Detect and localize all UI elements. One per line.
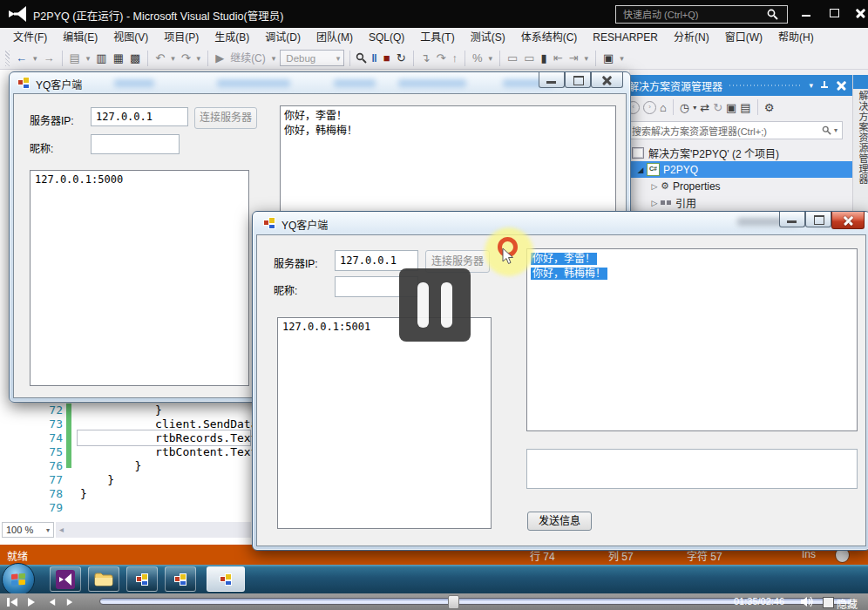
- seek-thumb[interactable]: [448, 595, 459, 609]
- toolbar-grip[interactable]: [5, 51, 10, 66]
- paste-dropdown-icon[interactable]: ▾: [85, 50, 92, 67]
- taskbar-client-window-button-2[interactable]: [165, 566, 196, 592]
- client1-peer-listbox[interactable]: 127.0.0.1:5000: [30, 170, 249, 386]
- tree-item-references[interactable]: ▷ 引用: [623, 194, 853, 211]
- collapsed-arrow-icon[interactable]: ▷: [649, 199, 660, 207]
- bookmark-dropdown-icon[interactable]: ▾: [583, 50, 591, 67]
- solution-explorer-vertical-tab[interactable]: 解决方案资源管理器: [852, 75, 868, 225]
- solution-config-combo[interactable]: Debug ▾: [280, 50, 344, 66]
- pin-icon[interactable]: [818, 79, 831, 92]
- navigate-forward-icon[interactable]: →: [42, 50, 57, 67]
- undo-icon[interactable]: ↶: [153, 50, 166, 67]
- menu-test[interactable]: 测试(S): [463, 28, 513, 47]
- skip-start-bar[interactable]: [7, 598, 10, 607]
- client2-maximize-button[interactable]: [805, 212, 831, 227]
- menu-resharper[interactable]: RESHARPER: [585, 28, 666, 47]
- menu-debug[interactable]: 调试(D): [257, 28, 309, 47]
- step-out-icon[interactable]: ↑: [450, 50, 459, 67]
- back-dropdown-icon[interactable]: ▾: [31, 50, 39, 67]
- error-list-icon[interactable]: ▣: [601, 50, 615, 67]
- client1-connect-button[interactable]: 连接服务器: [194, 107, 257, 129]
- client1-maximize-button[interactable]: [565, 72, 591, 88]
- comment-icon[interactable]: ▭: [505, 50, 519, 67]
- uncomment-icon[interactable]: ▭: [522, 50, 536, 67]
- redo-icon[interactable]: ↷: [180, 50, 193, 67]
- stop-icon[interactable]: ■: [382, 50, 392, 67]
- step-into-icon[interactable]: ↴: [419, 50, 432, 67]
- volume-icon[interactable]: [800, 596, 814, 607]
- tree-item-solution[interactable]: 解决方案'P2PYQ' (2 个项目): [623, 145, 853, 161]
- menu-build[interactable]: 生成(B): [207, 28, 257, 47]
- tree-item-project-selected[interactable]: ◢ C# P2PYQ: [623, 161, 853, 178]
- client1-minimize-button[interactable]: [539, 72, 565, 88]
- video-pause-overlay[interactable]: [399, 268, 471, 342]
- menu-team[interactable]: 团队(M): [309, 28, 361, 47]
- client2-chat-records[interactable]: 你好，李雷！ 你好，韩梅梅！: [526, 248, 858, 431]
- client2-close-button[interactable]: [831, 212, 865, 229]
- menu-sql[interactable]: SQL(Q): [361, 28, 412, 47]
- taskbar-visual-studio-button[interactable]: [50, 566, 81, 592]
- skip-start-icon[interactable]: [10, 598, 17, 607]
- pause-icon[interactable]: ‖: [370, 50, 378, 67]
- client2-send-button[interactable]: 发送信息: [527, 512, 592, 531]
- save-all-icon[interactable]: ▩: [128, 50, 142, 67]
- start-button[interactable]: [2, 563, 35, 596]
- taskbar-explorer-button[interactable]: [88, 566, 119, 592]
- menu-project[interactable]: 项目(P): [156, 28, 207, 47]
- taskbar-client-window-button-1[interactable]: [126, 566, 158, 592]
- save-icon[interactable]: ▦: [112, 50, 125, 67]
- navigate-back-icon[interactable]: ←: [14, 50, 29, 67]
- scroll-left-icon[interactable]: ◂: [59, 525, 64, 534]
- editor-zoom-select[interactable]: 100 % ▾: [2, 522, 54, 538]
- hide-label[interactable]: 隐藏: [837, 596, 858, 610]
- client1-server-ip-input[interactable]: 127.0.0.1: [91, 107, 188, 126]
- prev-bookmark-icon[interactable]: ⇤: [552, 50, 565, 67]
- close-button[interactable]: [849, 3, 868, 23]
- expanded-arrow-icon[interactable]: ◢: [635, 166, 646, 174]
- maximize-button[interactable]: [823, 3, 845, 23]
- continue-label[interactable]: 继续(C): [228, 50, 268, 67]
- client2-minimize-button[interactable]: [779, 212, 805, 227]
- find-icon[interactable]: [356, 52, 367, 64]
- next-icon[interactable]: [67, 599, 72, 606]
- bookmark-icon[interactable]: ▮: [539, 50, 549, 67]
- quick-launch-input[interactable]: 快速启动 (Ctrl+Q): [615, 5, 788, 24]
- restart-icon[interactable]: ↻: [395, 50, 408, 67]
- play-icon[interactable]: [28, 598, 35, 607]
- close-icon[interactable]: [834, 78, 848, 92]
- menu-help[interactable]: 帮助(H): [770, 28, 822, 47]
- redo-dropdown-icon[interactable]: ▾: [195, 50, 203, 67]
- step-over-icon[interactable]: ↷: [434, 50, 447, 67]
- menu-view[interactable]: 视图(V): [105, 28, 156, 47]
- panel-menu-icon[interactable]: ▾: [809, 81, 813, 90]
- menu-window[interactable]: 窗口(W): [717, 28, 770, 47]
- preview-selected-icon[interactable]: ⚙: [764, 101, 775, 114]
- menu-file[interactable]: 文件(F): [5, 28, 55, 47]
- continue-icon[interactable]: ▶: [214, 50, 226, 67]
- menu-analyze[interactable]: 分析(N): [666, 28, 717, 47]
- menu-edit[interactable]: 编辑(E): [55, 28, 105, 47]
- paste-icon[interactable]: ▤: [68, 50, 82, 67]
- solution-explorer-header[interactable]: 解决方案资源管理器 ▾: [623, 75, 853, 96]
- client2-peer-listbox[interactable]: 127.0.0.1:5001: [277, 317, 492, 529]
- taskbar-client-window-button-active[interactable]: [207, 566, 245, 592]
- open-file-icon[interactable]: ▥: [94, 50, 108, 67]
- continue-dropdown-icon[interactable]: ▾: [270, 50, 278, 67]
- undo-dropdown-icon[interactable]: ▾: [169, 50, 177, 67]
- errorlist-dropdown-icon[interactable]: ▾: [618, 50, 626, 67]
- tree-item-properties[interactable]: ▷ ⚙ Properties: [623, 178, 853, 194]
- switch-views-icon[interactable]: ⇄: [700, 101, 709, 114]
- horizontal-scrollbar[interactable]: ◂: [56, 522, 251, 538]
- menu-tools[interactable]: 工具(T): [412, 28, 462, 47]
- pending-dropdown-icon[interactable]: ▾: [693, 104, 696, 112]
- next-bookmark-icon[interactable]: ⇥: [567, 50, 580, 67]
- client2-message-input[interactable]: [526, 449, 858, 489]
- client1-close-button[interactable]: [591, 72, 623, 88]
- previous-icon[interactable]: [50, 599, 55, 606]
- hex-dropdown-icon[interactable]: ▾: [486, 50, 494, 67]
- client1-peer-item[interactable]: 127.0.0.1:5000: [31, 171, 248, 188]
- properties-icon[interactable]: ▤: [740, 101, 750, 114]
- forward-icon[interactable]: ›: [643, 101, 656, 114]
- hex-display-icon[interactable]: %: [471, 50, 485, 67]
- home-icon[interactable]: ⌂: [660, 101, 667, 114]
